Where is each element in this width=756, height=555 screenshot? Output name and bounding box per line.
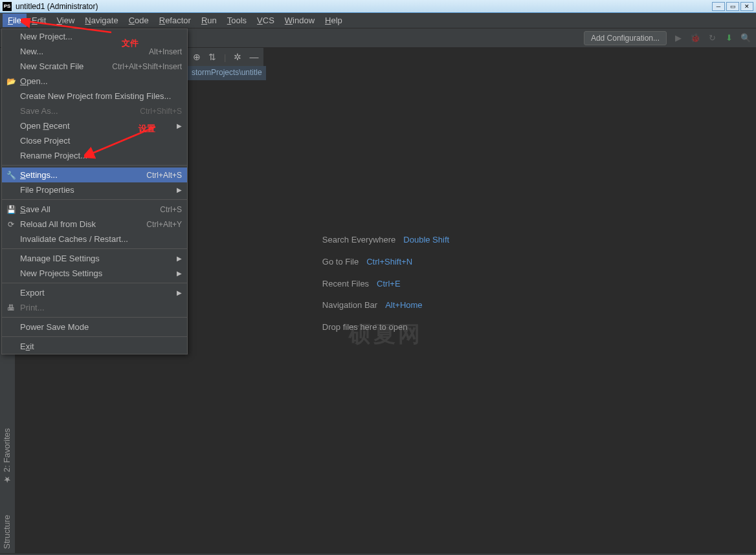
hint-label: Recent Files [322,273,369,295]
wrench-icon: 🔧 [6,171,16,180]
expand-all-icon[interactable]: ⇅ [208,52,216,62]
menu-item-label: Print... [20,303,45,312]
file-menu-save-as: Save As...Ctrl+Shift+S [2,103,187,118]
add-configuration-button[interactable]: Add Configuration... [584,31,667,45]
debug-icon[interactable]: 🐞 [690,33,700,43]
menu-shortcut: Ctrl+Alt+Shift+Insert [112,62,182,71]
hint-label: Navigation Bar [322,294,377,316]
file-menu-new-projects-settings[interactable]: New Projects Settings▶ [2,266,187,281]
welcome-hints: Search EverywhereDouble ShiftGo to FileC… [322,229,449,338]
hint-shortcut: Alt+Home [385,294,422,316]
menu-shortcut: Ctrl+S [160,205,182,214]
welcome-hint: Search EverywhereDouble Shift [322,229,449,251]
run-coverage-icon[interactable]: ↻ [707,33,717,43]
window-titlebar: PS untitled1 (Administrator) ─ ▭ ✕ [0,0,756,13]
menu-item-label: Open Recent [20,121,70,131]
menu-help[interactable]: Help [320,14,348,27]
menu-item-label: Manage IDE Settings [20,254,100,263]
menu-refactor[interactable]: Refactor [154,14,196,27]
hint-shortcut: Ctrl+E [377,273,400,295]
menu-shortcut: Ctrl+Shift+S [140,107,182,116]
window-controls: ─ ▭ ✕ [712,2,753,11]
menu-tools[interactable]: Tools [222,14,252,27]
file-menu-power-save-mode[interactable]: Power Save Mode [2,320,187,334]
file-menu-open[interactable]: 📂Open... [2,74,187,89]
menu-shortcut: Ctrl+Alt+Y [146,220,182,229]
save-icon: 💾 [6,205,16,214]
minimize-button[interactable]: ─ [712,2,725,11]
menu-item-label: Open... [20,76,48,86]
hint-label: Go to File [322,251,359,273]
menu-shortcut: Alt+Insert [149,47,182,56]
file-dropdown-menu: New Project...New...Alt+InsertNew Scratc… [1,28,188,354]
file-menu-create-new-project-from-existing-files[interactable]: Create New Project from Existing Files..… [2,89,187,103]
app-icon: PS [3,2,12,11]
menu-shortcut: Ctrl+Alt+S [146,171,182,180]
welcome-hint: Drop files here to open [322,316,449,338]
file-menu-invalidate-caches-restart[interactable]: Invalidate Caches / Restart... [2,232,187,246]
file-menu-manage-ide-settings[interactable]: Manage IDE Settings▶ [2,251,187,266]
menu-item-label: Create New Project from Existing Files..… [20,91,171,101]
chevron-right-icon: ▶ [177,186,182,193]
hint-label: Drop files here to open [322,316,408,338]
file-menu-save-all[interactable]: 💾Save AllCtrl+S [2,202,187,217]
hint-label: Search Everywhere [322,229,395,251]
menu-item-label: Reload All from Disk [20,219,96,229]
favorites-tab[interactable]: ★2: Favorites [0,424,14,488]
chevron-right-icon: ▶ [177,255,182,262]
menu-item-label: Power Save Mode [20,322,89,332]
file-menu-file-properties[interactable]: File Properties▶ [2,182,187,197]
welcome-hint: Navigation BarAlt+Home [322,294,449,316]
print-icon: 🖶 [6,303,16,312]
file-menu-new[interactable]: New...Alt+Insert [2,44,187,59]
menu-item-label: Invalidate Caches / Restart... [20,234,128,244]
menu-item-label: Save All [20,204,50,214]
menu-window[interactable]: Window [280,14,320,27]
project-tool-buttons: ⊕ ⇅ | ✲ — [188,48,263,66]
menu-item-label: Rename Project... [20,151,87,160]
annotation-label-file: 文件 [122,38,139,49]
structure-tab[interactable]: Structure [0,511,14,553]
gear-icon[interactable]: ✲ [234,52,241,62]
folder-icon: 📂 [6,77,16,86]
menu-item-label: Settings... [20,170,58,180]
menu-item-label: Save As... [20,106,58,116]
close-button[interactable]: ✕ [740,2,753,11]
update-icon[interactable]: ⬇ [724,33,734,43]
svg-line-1 [27,21,111,32]
welcome-hint: Go to FileCtrl+Shift+N [322,251,449,273]
search-icon[interactable]: 🔍 [740,33,751,43]
file-menu-new-scratch-file[interactable]: New Scratch FileCtrl+Alt+Shift+Insert [2,59,187,74]
run-icon[interactable]: ▶ [673,33,684,43]
menu-item-label: Exit [20,342,34,351]
welcome-hint: Recent FilesCtrl+E [322,273,449,295]
chevron-right-icon: ▶ [177,122,182,129]
annotation-label-settings: 设置 [139,123,155,135]
hint-shortcut: Double Shift [403,229,449,251]
file-menu-exit[interactable]: Exit [2,339,187,354]
maximize-button[interactable]: ▭ [726,2,739,11]
menu-item-label: File Properties [20,185,74,195]
file-menu-settings[interactable]: 🔧Settings...Ctrl+Alt+S [2,168,187,182]
hide-icon[interactable]: — [249,52,258,62]
select-open-file-icon[interactable]: ⊕ [193,52,201,62]
menu-item-label: Export [20,288,45,298]
annotation-arrow-file [21,18,118,38]
menu-item-label: New... [20,47,43,56]
window-title: untitled1 (Administrator) [16,2,712,11]
menu-code[interactable]: Code [124,14,154,27]
menu-run[interactable]: Run [196,14,222,27]
file-menu-print: 🖶Print... [2,300,187,315]
file-menu-reload-all-from-disk[interactable]: ⟳Reload All from DiskCtrl+Alt+Y [2,217,187,232]
menu-vcs[interactable]: VCS [252,14,280,27]
menu-item-label: New Scratch File [20,61,83,71]
menu-item-label: New Projects Settings [20,268,102,278]
chevron-right-icon: ▶ [177,270,182,277]
file-menu-export[interactable]: Export▶ [2,285,187,300]
hint-shortcut: Ctrl+Shift+N [366,251,412,273]
chevron-right-icon: ▶ [177,289,182,296]
breadcrumb-path[interactable]: stormProjects\untitle [188,66,266,80]
menu-item-label: Close Project [20,136,70,146]
reload-icon: ⟳ [6,220,16,229]
